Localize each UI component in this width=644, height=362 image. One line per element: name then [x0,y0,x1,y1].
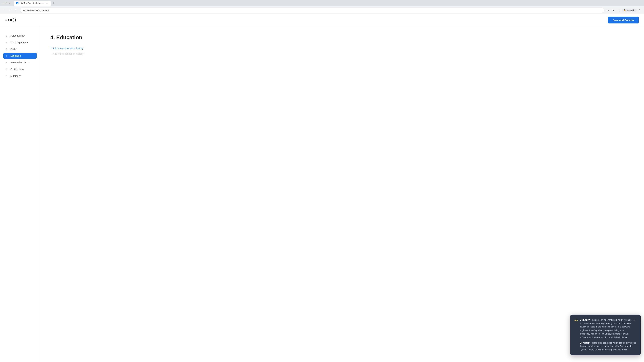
logo: arc() [5,18,16,22]
sidebar-label-summary: Summary* [10,75,21,77]
new-tab-button[interactable]: + [51,1,56,5]
download-button[interactable]: ↓ [616,8,621,12]
info-title-bold: Quantity [580,318,590,321]
sidebar-item-work-experience[interactable]: 2 Work Experience [3,39,37,45]
info-card-close-button[interactable]: × [632,318,636,322]
add-link-label: Add more education history [53,47,84,50]
info-title-rest: - Include only relevant skills which wil… [580,319,632,339]
step-num-6: 6 [6,68,8,70]
sidebar: 1 Personal Info* 2 Work Experience 3 Ski… [0,26,40,362]
sidebar-item-personal-info[interactable]: 1 Personal Info* [3,33,37,39]
step-num-4: 4 [6,55,8,57]
tab-bar: A Hire Top Remote Software Dev... ✕ + [12,1,58,6]
add-education-link[interactable]: + Add more education history [50,46,634,50]
incognito-badge: 🕵 Incognito [622,8,636,12]
address-input[interactable] [20,7,604,13]
incognito-label: Incognito [627,9,635,11]
info-card-body: Go “Hard” - Hard skills are those which … [580,341,636,352]
tab-favicon: A [16,2,18,4]
page-content: 4. Education + Add more education histor… [40,26,644,362]
ghost-link-label: Add more education history [53,52,84,55]
ghost-plus-icon: + [50,52,52,55]
sidebar-label-personal-info: Personal Info* [10,34,25,37]
info-card-title-row: Quantity - Include only relevant skills … [574,318,632,339]
sidebar-item-education[interactable]: 4 Education [3,53,37,59]
sidebar-label-personal-projects: Personal Projects [10,61,29,64]
sidebar-label-education: Education [10,54,21,57]
window-controls: − ☐ ✕ [2,2,11,4]
step-num-3: 3 [6,48,8,50]
browser-titlebar: − ☐ ✕ A Hire Top Remote Software Dev... … [0,0,644,6]
sidebar-item-skills[interactable]: 3 Skills* [3,46,37,52]
svg-point-0 [576,320,576,321]
step-num-1: 1 [6,34,8,37]
close-window-button[interactable]: ✕ [8,2,11,4]
ghost-link: + Add more education history [50,52,634,55]
extensions-button[interactable]: ■ [611,8,616,12]
section-title: 4. Education [50,34,634,40]
maximize-button[interactable]: ☐ [5,2,8,4]
bulb-icon [574,319,578,322]
address-bar: ← → ↻ ★ ■ ↓ 🕵 Incognito ⋮ [0,6,644,14]
sidebar-label-skills: Skills* [10,48,17,50]
main-content: 1 Personal Info* 2 Work Experience 3 Ski… [0,26,644,362]
back-button[interactable]: ← [2,8,7,12]
save-preview-button[interactable]: Save and Preview [608,16,639,23]
info-body-bold: Go “Hard” [580,342,590,344]
incognito-icon: 🕵 [624,9,626,11]
reload-button[interactable]: ↻ [14,8,19,12]
tab-close-button[interactable]: ✕ [46,2,48,4]
plus-icon: + [50,46,52,50]
info-card-title: Quantity - Include only relevant skills … [580,318,632,339]
top-nav: arc() Save and Preview [0,14,644,26]
sidebar-label-work-experience: Work Experience [10,41,28,44]
minimize-button[interactable]: − [2,2,4,4]
sidebar-item-personal-projects[interactable]: 5 Personal Projects [3,59,37,65]
tab-title: Hire Top Remote Software Dev... [20,2,44,4]
bookmark-button[interactable]: ★ [606,8,610,12]
info-card: Quantity - Include only relevant skills … [570,315,641,355]
step-num-7: 7 [6,75,8,77]
step-num-2: 2 [6,41,8,44]
step-num-5: 5 [6,61,8,64]
forward-button[interactable]: → [8,8,13,12]
sidebar-item-certifications[interactable]: 6 Certifications [3,66,37,72]
app-container: arc() Save and Preview 1 Personal Info* … [0,14,644,362]
browser-chrome: − ☐ ✕ A Hire Top Remote Software Dev... … [0,0,644,14]
menu-button[interactable]: ⋮ [637,8,642,12]
sidebar-label-certifications: Certifications [10,68,24,70]
active-tab[interactable]: A Hire Top Remote Software Dev... ✕ [14,1,51,6]
sidebar-item-summary[interactable]: 7 Summary* [3,73,37,79]
info-card-header: Quantity - Include only relevant skills … [574,318,636,339]
toolbar-icons: ★ ■ ↓ 🕵 Incognito ⋮ [606,8,642,12]
